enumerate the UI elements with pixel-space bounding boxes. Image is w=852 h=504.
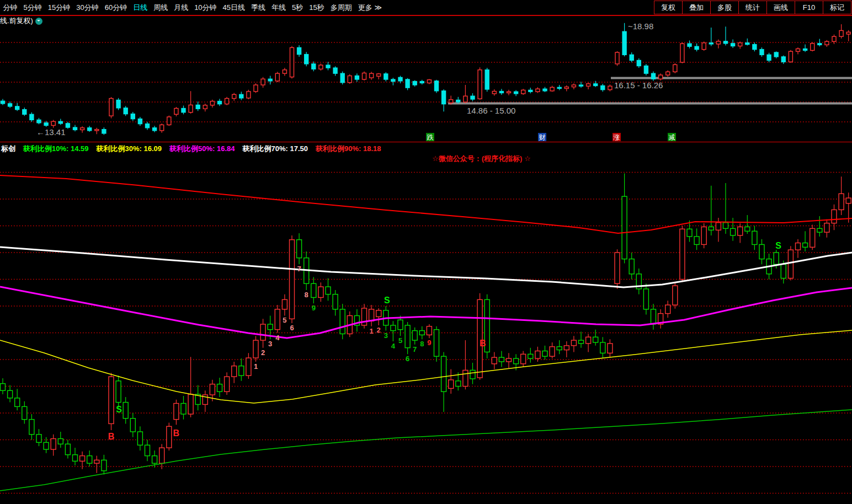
candlestick-chart[interactable]: ~18.98←13.4116.15 - 16.2614.86 - 15.00跌财…: [0, 0, 852, 504]
sequence-count: 1: [369, 327, 373, 335]
range-label: 14.86 - 15.00: [467, 106, 515, 115]
percentile-line-获利比例50%: [0, 287, 852, 338]
sequence-count: 4: [391, 342, 396, 350]
trading-app-window: 分钟5分钟15分钟30分钟60分钟日线周线月线10分钟45日线季线年线5秒15秒…: [0, 0, 852, 504]
sequence-count: 4: [275, 334, 280, 342]
sequence-count: 5: [283, 316, 286, 324]
sequence-count: 1: [254, 362, 258, 371]
sequence-count: 3: [384, 331, 388, 340]
event-badge-text: 财: [539, 133, 546, 141]
sequence-count: 9: [312, 304, 316, 312]
sequence-count: 5: [398, 336, 402, 345]
sequence-count: 2: [261, 348, 265, 357]
sequence-count: 9: [427, 339, 431, 347]
price-annotation: ~18.98: [628, 22, 653, 31]
range-label: 16.15 - 16.26: [614, 81, 663, 90]
sequence-count: 8: [305, 291, 308, 299]
buy-signal-marker: B: [108, 432, 115, 441]
event-badge-text: 减: [669, 133, 675, 141]
event-badge-text: 涨: [613, 133, 620, 141]
sequence-count: 8: [420, 340, 424, 348]
buy-signal-marker: B: [173, 428, 180, 438]
sell-signal-marker: S: [384, 296, 390, 305]
main-candles-layer: [1, 173, 851, 474]
sequence-count: 3: [268, 340, 272, 348]
sequence-count: 2: [377, 326, 381, 334]
sequence-count: 6: [290, 324, 294, 332]
percentile-line-获利比例10%: [0, 410, 852, 491]
sell-signal-marker: S: [116, 405, 122, 414]
sequence-count: 7: [297, 265, 301, 273]
sequence-count: 7: [413, 345, 417, 353]
sell-signal-marker: S: [775, 241, 781, 250]
sequence-count: 6: [406, 355, 409, 363]
percentile-line-获利比例70%: [0, 247, 852, 287]
price-annotation: ←13.41: [36, 127, 66, 137]
overview-pane[interactable]: ~18.98←13.4116.15 - 16.2614.86 - 15.00跌财…: [0, 22, 852, 141]
event-badge-text: 跌: [427, 133, 434, 141]
main-pane[interactable]: 123456789123456789SBBSBS: [0, 173, 852, 494]
buy-signal-marker: B: [480, 339, 486, 348]
percentile-line-获利比例30%: [0, 330, 852, 403]
